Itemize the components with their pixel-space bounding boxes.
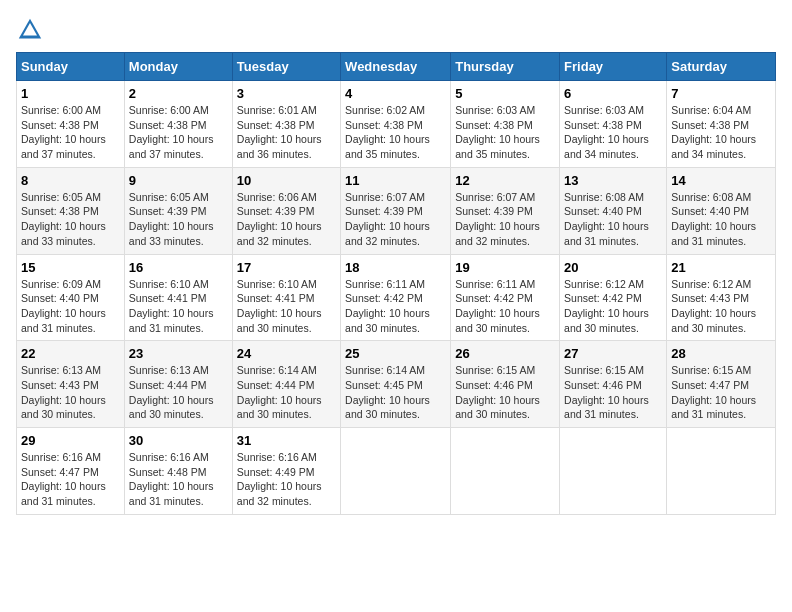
day-number: 10 [237, 173, 336, 188]
weekday-header: Tuesday [232, 53, 340, 81]
day-info: Sunrise: 6:07 AMSunset: 4:39 PMDaylight:… [455, 190, 555, 249]
calendar-cell: 23Sunrise: 6:13 AMSunset: 4:44 PMDayligh… [124, 341, 232, 428]
calendar-cell: 27Sunrise: 6:15 AMSunset: 4:46 PMDayligh… [560, 341, 667, 428]
day-info: Sunrise: 6:02 AMSunset: 4:38 PMDaylight:… [345, 103, 446, 162]
day-info: Sunrise: 6:05 AMSunset: 4:39 PMDaylight:… [129, 190, 228, 249]
logo [16, 16, 48, 44]
day-number: 16 [129, 260, 228, 275]
day-info: Sunrise: 6:00 AMSunset: 4:38 PMDaylight:… [21, 103, 120, 162]
calendar-cell: 29Sunrise: 6:16 AMSunset: 4:47 PMDayligh… [17, 428, 125, 515]
calendar-cell: 11Sunrise: 6:07 AMSunset: 4:39 PMDayligh… [341, 167, 451, 254]
calendar-cell: 30Sunrise: 6:16 AMSunset: 4:48 PMDayligh… [124, 428, 232, 515]
day-info: Sunrise: 6:09 AMSunset: 4:40 PMDaylight:… [21, 277, 120, 336]
day-number: 17 [237, 260, 336, 275]
calendar-week-row: 1Sunrise: 6:00 AMSunset: 4:38 PMDaylight… [17, 81, 776, 168]
calendar-cell: 25Sunrise: 6:14 AMSunset: 4:45 PMDayligh… [341, 341, 451, 428]
day-number: 29 [21, 433, 120, 448]
day-number: 11 [345, 173, 446, 188]
calendar-week-row: 29Sunrise: 6:16 AMSunset: 4:47 PMDayligh… [17, 428, 776, 515]
day-number: 9 [129, 173, 228, 188]
day-number: 24 [237, 346, 336, 361]
day-number: 20 [564, 260, 662, 275]
day-info: Sunrise: 6:12 AMSunset: 4:43 PMDaylight:… [671, 277, 771, 336]
day-number: 7 [671, 86, 771, 101]
calendar-cell: 31Sunrise: 6:16 AMSunset: 4:49 PMDayligh… [232, 428, 340, 515]
day-number: 26 [455, 346, 555, 361]
calendar-cell [341, 428, 451, 515]
day-number: 21 [671, 260, 771, 275]
calendar-cell: 12Sunrise: 6:07 AMSunset: 4:39 PMDayligh… [451, 167, 560, 254]
calendar-cell: 5Sunrise: 6:03 AMSunset: 4:38 PMDaylight… [451, 81, 560, 168]
calendar-cell: 26Sunrise: 6:15 AMSunset: 4:46 PMDayligh… [451, 341, 560, 428]
day-info: Sunrise: 6:11 AMSunset: 4:42 PMDaylight:… [345, 277, 446, 336]
day-number: 4 [345, 86, 446, 101]
day-number: 30 [129, 433, 228, 448]
calendar-cell: 21Sunrise: 6:12 AMSunset: 4:43 PMDayligh… [667, 254, 776, 341]
day-info: Sunrise: 6:05 AMSunset: 4:38 PMDaylight:… [21, 190, 120, 249]
day-number: 14 [671, 173, 771, 188]
day-info: Sunrise: 6:12 AMSunset: 4:42 PMDaylight:… [564, 277, 662, 336]
calendar-cell: 4Sunrise: 6:02 AMSunset: 4:38 PMDaylight… [341, 81, 451, 168]
day-number: 3 [237, 86, 336, 101]
day-info: Sunrise: 6:00 AMSunset: 4:38 PMDaylight:… [129, 103, 228, 162]
day-number: 23 [129, 346, 228, 361]
calendar-cell: 13Sunrise: 6:08 AMSunset: 4:40 PMDayligh… [560, 167, 667, 254]
day-number: 8 [21, 173, 120, 188]
day-number: 6 [564, 86, 662, 101]
day-info: Sunrise: 6:03 AMSunset: 4:38 PMDaylight:… [455, 103, 555, 162]
calendar-cell: 10Sunrise: 6:06 AMSunset: 4:39 PMDayligh… [232, 167, 340, 254]
calendar-cell: 3Sunrise: 6:01 AMSunset: 4:38 PMDaylight… [232, 81, 340, 168]
day-number: 25 [345, 346, 446, 361]
day-info: Sunrise: 6:16 AMSunset: 4:47 PMDaylight:… [21, 450, 120, 509]
day-info: Sunrise: 6:08 AMSunset: 4:40 PMDaylight:… [564, 190, 662, 249]
day-info: Sunrise: 6:01 AMSunset: 4:38 PMDaylight:… [237, 103, 336, 162]
day-info: Sunrise: 6:14 AMSunset: 4:45 PMDaylight:… [345, 363, 446, 422]
day-info: Sunrise: 6:16 AMSunset: 4:49 PMDaylight:… [237, 450, 336, 509]
day-info: Sunrise: 6:13 AMSunset: 4:44 PMDaylight:… [129, 363, 228, 422]
calendar-cell: 14Sunrise: 6:08 AMSunset: 4:40 PMDayligh… [667, 167, 776, 254]
day-info: Sunrise: 6:08 AMSunset: 4:40 PMDaylight:… [671, 190, 771, 249]
day-info: Sunrise: 6:13 AMSunset: 4:43 PMDaylight:… [21, 363, 120, 422]
calendar-table: SundayMondayTuesdayWednesdayThursdayFrid… [16, 52, 776, 515]
day-info: Sunrise: 6:04 AMSunset: 4:38 PMDaylight:… [671, 103, 771, 162]
weekday-header: Wednesday [341, 53, 451, 81]
calendar-cell: 18Sunrise: 6:11 AMSunset: 4:42 PMDayligh… [341, 254, 451, 341]
weekday-header: Monday [124, 53, 232, 81]
day-number: 19 [455, 260, 555, 275]
day-number: 2 [129, 86, 228, 101]
weekday-header: Saturday [667, 53, 776, 81]
day-info: Sunrise: 6:07 AMSunset: 4:39 PMDaylight:… [345, 190, 446, 249]
calendar-cell [451, 428, 560, 515]
calendar-cell: 19Sunrise: 6:11 AMSunset: 4:42 PMDayligh… [451, 254, 560, 341]
day-number: 5 [455, 86, 555, 101]
day-number: 22 [21, 346, 120, 361]
day-number: 28 [671, 346, 771, 361]
page-header [16, 16, 776, 44]
calendar-cell [667, 428, 776, 515]
day-info: Sunrise: 6:03 AMSunset: 4:38 PMDaylight:… [564, 103, 662, 162]
calendar-week-row: 15Sunrise: 6:09 AMSunset: 4:40 PMDayligh… [17, 254, 776, 341]
calendar-cell: 1Sunrise: 6:00 AMSunset: 4:38 PMDaylight… [17, 81, 125, 168]
calendar-cell: 20Sunrise: 6:12 AMSunset: 4:42 PMDayligh… [560, 254, 667, 341]
calendar-cell: 24Sunrise: 6:14 AMSunset: 4:44 PMDayligh… [232, 341, 340, 428]
day-info: Sunrise: 6:06 AMSunset: 4:39 PMDaylight:… [237, 190, 336, 249]
day-number: 31 [237, 433, 336, 448]
day-info: Sunrise: 6:10 AMSunset: 4:41 PMDaylight:… [237, 277, 336, 336]
calendar-header: SundayMondayTuesdayWednesdayThursdayFrid… [17, 53, 776, 81]
calendar-week-row: 22Sunrise: 6:13 AMSunset: 4:43 PMDayligh… [17, 341, 776, 428]
calendar-cell: 15Sunrise: 6:09 AMSunset: 4:40 PMDayligh… [17, 254, 125, 341]
calendar-cell: 8Sunrise: 6:05 AMSunset: 4:38 PMDaylight… [17, 167, 125, 254]
day-number: 18 [345, 260, 446, 275]
day-number: 13 [564, 173, 662, 188]
calendar-cell: 7Sunrise: 6:04 AMSunset: 4:38 PMDaylight… [667, 81, 776, 168]
calendar-cell: 16Sunrise: 6:10 AMSunset: 4:41 PMDayligh… [124, 254, 232, 341]
day-number: 27 [564, 346, 662, 361]
calendar-cell: 17Sunrise: 6:10 AMSunset: 4:41 PMDayligh… [232, 254, 340, 341]
weekday-header: Thursday [451, 53, 560, 81]
logo-icon [16, 16, 44, 44]
day-info: Sunrise: 6:10 AMSunset: 4:41 PMDaylight:… [129, 277, 228, 336]
day-info: Sunrise: 6:14 AMSunset: 4:44 PMDaylight:… [237, 363, 336, 422]
calendar-cell: 9Sunrise: 6:05 AMSunset: 4:39 PMDaylight… [124, 167, 232, 254]
day-info: Sunrise: 6:11 AMSunset: 4:42 PMDaylight:… [455, 277, 555, 336]
day-number: 15 [21, 260, 120, 275]
